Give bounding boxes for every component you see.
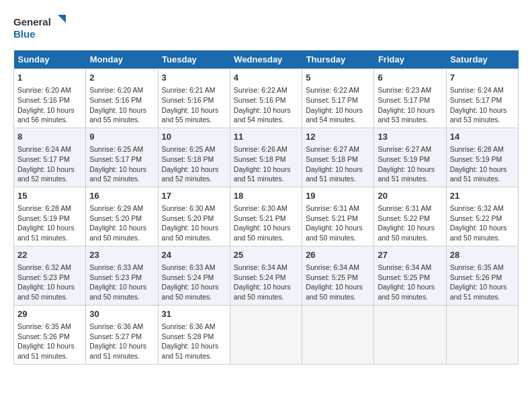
sunset-text: Sunset: 5:20 PM bbox=[89, 214, 142, 222]
daylight-text: Daylight: 10 hours and 51 minutes. bbox=[162, 342, 219, 360]
daylight-text: Daylight: 10 hours and 50 minutes. bbox=[89, 224, 146, 242]
sunset-text: Sunset: 5:18 PM bbox=[162, 155, 214, 163]
calendar-cell: 11 Sunrise: 6:26 AM Sunset: 5:18 PM Dayl… bbox=[230, 128, 302, 187]
day-number: 17 bbox=[162, 190, 226, 202]
sunrise-text: Sunrise: 6:25 AM bbox=[162, 145, 216, 153]
daylight-text: Daylight: 10 hours and 55 minutes. bbox=[162, 106, 219, 124]
calendar-cell bbox=[446, 305, 518, 364]
calendar-cell: 31 Sunrise: 6:36 AM Sunset: 5:28 PM Dayl… bbox=[158, 305, 230, 364]
calendar-header-tuesday: Tuesday bbox=[158, 50, 230, 69]
logo: General Blue bbox=[13, 13, 67, 44]
day-number: 1 bbox=[17, 72, 82, 84]
daylight-text: Daylight: 10 hours and 50 minutes. bbox=[378, 224, 435, 242]
day-number: 10 bbox=[162, 131, 226, 143]
calendar-cell: 24 Sunrise: 6:33 AM Sunset: 5:24 PM Dayl… bbox=[158, 246, 230, 305]
day-number: 25 bbox=[234, 249, 298, 261]
sunset-text: Sunset: 5:22 PM bbox=[450, 214, 502, 222]
daylight-text: Daylight: 10 hours and 50 minutes. bbox=[306, 224, 363, 242]
daylight-text: Daylight: 10 hours and 52 minutes. bbox=[89, 165, 146, 183]
calendar-header-friday: Friday bbox=[374, 50, 446, 69]
daylight-text: Daylight: 10 hours and 52 minutes. bbox=[162, 165, 219, 183]
daylight-text: Daylight: 10 hours and 51 minutes. bbox=[450, 165, 507, 183]
calendar-cell: 17 Sunrise: 6:30 AM Sunset: 5:20 PM Dayl… bbox=[158, 187, 230, 246]
sunset-text: Sunset: 5:16 PM bbox=[162, 96, 214, 104]
sunset-text: Sunset: 5:17 PM bbox=[17, 155, 70, 163]
sunset-text: Sunset: 5:17 PM bbox=[89, 155, 142, 163]
calendar-week-3: 15 Sunrise: 6:28 AM Sunset: 5:19 PM Dayl… bbox=[14, 187, 519, 246]
calendar-cell: 29 Sunrise: 6:35 AM Sunset: 5:26 PM Dayl… bbox=[14, 305, 86, 364]
sunrise-text: Sunrise: 6:34 AM bbox=[234, 263, 287, 271]
calendar-header-saturday: Saturday bbox=[446, 50, 518, 69]
sunset-text: Sunset: 5:19 PM bbox=[450, 155, 502, 163]
calendar-cell: 30 Sunrise: 6:36 AM Sunset: 5:27 PM Dayl… bbox=[86, 305, 158, 364]
calendar-cell: 27 Sunrise: 6:34 AM Sunset: 5:25 PM Dayl… bbox=[374, 246, 446, 305]
calendar-cell: 28 Sunrise: 6:35 AM Sunset: 5:26 PM Dayl… bbox=[446, 246, 518, 305]
calendar-cell: 25 Sunrise: 6:34 AM Sunset: 5:24 PM Dayl… bbox=[230, 246, 302, 305]
daylight-text: Daylight: 10 hours and 50 minutes. bbox=[17, 283, 75, 301]
daylight-text: Daylight: 10 hours and 51 minutes. bbox=[17, 224, 75, 242]
calendar-cell: 1 Sunrise: 6:20 AM Sunset: 5:16 PM Dayli… bbox=[14, 69, 86, 128]
sunset-text: Sunset: 5:22 PM bbox=[378, 214, 430, 222]
calendar-cell bbox=[302, 305, 374, 364]
daylight-text: Daylight: 10 hours and 50 minutes. bbox=[162, 283, 219, 301]
sunrise-text: Sunrise: 6:23 AM bbox=[378, 86, 431, 94]
sunrise-text: Sunrise: 6:33 AM bbox=[89, 263, 143, 271]
sunset-text: Sunset: 5:21 PM bbox=[234, 214, 286, 222]
daylight-text: Daylight: 10 hours and 54 minutes. bbox=[306, 106, 363, 124]
day-number: 22 bbox=[17, 249, 82, 261]
sunrise-text: Sunrise: 6:35 AM bbox=[17, 322, 71, 330]
calendar-cell bbox=[230, 305, 302, 364]
calendar-cell: 13 Sunrise: 6:27 AM Sunset: 5:19 PM Dayl… bbox=[374, 128, 446, 187]
sunrise-text: Sunrise: 6:24 AM bbox=[17, 145, 71, 153]
day-number: 27 bbox=[378, 249, 442, 261]
sunset-text: Sunset: 5:28 PM bbox=[162, 332, 214, 340]
sunset-text: Sunset: 5:25 PM bbox=[378, 273, 430, 281]
daylight-text: Daylight: 10 hours and 50 minutes. bbox=[162, 224, 219, 242]
day-number: 13 bbox=[378, 131, 442, 143]
sunrise-text: Sunrise: 6:21 AM bbox=[162, 86, 216, 94]
sunrise-text: Sunrise: 6:35 AM bbox=[450, 263, 504, 271]
calendar-header-thursday: Thursday bbox=[302, 50, 374, 69]
calendar-cell: 22 Sunrise: 6:32 AM Sunset: 5:23 PM Dayl… bbox=[14, 246, 86, 305]
calendar-cell: 6 Sunrise: 6:23 AM Sunset: 5:17 PM Dayli… bbox=[374, 69, 446, 128]
sunrise-text: Sunrise: 6:20 AM bbox=[89, 86, 143, 94]
svg-marker-2 bbox=[58, 15, 66, 23]
daylight-text: Daylight: 10 hours and 53 minutes. bbox=[450, 106, 507, 124]
calendar-cell: 8 Sunrise: 6:24 AM Sunset: 5:17 PM Dayli… bbox=[14, 128, 86, 187]
sunset-text: Sunset: 5:17 PM bbox=[378, 96, 430, 104]
calendar-week-2: 8 Sunrise: 6:24 AM Sunset: 5:17 PM Dayli… bbox=[14, 128, 519, 187]
calendar-table: SundayMondayTuesdayWednesdayThursdayFrid… bbox=[13, 50, 519, 365]
day-number: 3 bbox=[162, 72, 226, 84]
sunrise-text: Sunrise: 6:33 AM bbox=[162, 263, 216, 271]
calendar-cell: 2 Sunrise: 6:20 AM Sunset: 5:16 PM Dayli… bbox=[86, 69, 158, 128]
day-number: 2 bbox=[89, 72, 154, 84]
daylight-text: Daylight: 10 hours and 50 minutes. bbox=[306, 283, 363, 301]
calendar-cell: 21 Sunrise: 6:32 AM Sunset: 5:22 PM Dayl… bbox=[446, 187, 518, 246]
daylight-text: Daylight: 10 hours and 51 minutes. bbox=[17, 342, 75, 360]
daylight-text: Daylight: 10 hours and 50 minutes. bbox=[378, 283, 435, 301]
svg-text:Blue: Blue bbox=[13, 28, 36, 40]
calendar-cell: 20 Sunrise: 6:31 AM Sunset: 5:22 PM Dayl… bbox=[374, 187, 446, 246]
sunrise-text: Sunrise: 6:25 AM bbox=[89, 145, 143, 153]
calendar-cell: 15 Sunrise: 6:28 AM Sunset: 5:19 PM Dayl… bbox=[14, 187, 86, 246]
calendar-header-wednesday: Wednesday bbox=[230, 50, 302, 69]
daylight-text: Daylight: 10 hours and 51 minutes. bbox=[306, 165, 363, 183]
day-number: 15 bbox=[17, 190, 82, 202]
daylight-text: Daylight: 10 hours and 50 minutes. bbox=[234, 283, 291, 301]
day-number: 23 bbox=[89, 249, 154, 261]
day-number: 21 bbox=[450, 190, 515, 202]
calendar-cell: 3 Sunrise: 6:21 AM Sunset: 5:16 PM Dayli… bbox=[158, 69, 230, 128]
sunrise-text: Sunrise: 6:22 AM bbox=[234, 86, 287, 94]
sunset-text: Sunset: 5:25 PM bbox=[306, 273, 358, 281]
sunset-text: Sunset: 5:27 PM bbox=[89, 332, 142, 340]
day-number: 31 bbox=[162, 308, 226, 320]
day-number: 7 bbox=[450, 72, 515, 84]
sunset-text: Sunset: 5:16 PM bbox=[234, 96, 286, 104]
daylight-text: Daylight: 10 hours and 52 minutes. bbox=[17, 165, 75, 183]
daylight-text: Daylight: 10 hours and 50 minutes. bbox=[89, 283, 146, 301]
day-number: 30 bbox=[89, 308, 154, 320]
daylight-text: Daylight: 10 hours and 53 minutes. bbox=[378, 106, 435, 124]
calendar-cell: 7 Sunrise: 6:24 AM Sunset: 5:17 PM Dayli… bbox=[446, 69, 518, 128]
sunrise-text: Sunrise: 6:26 AM bbox=[234, 145, 287, 153]
sunrise-text: Sunrise: 6:34 AM bbox=[378, 263, 431, 271]
